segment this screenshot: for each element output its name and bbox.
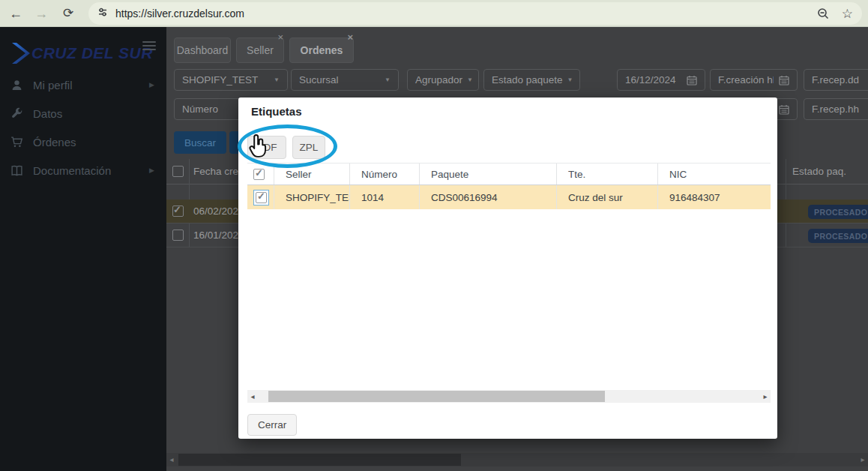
scrollbar-thumb[interactable] — [268, 391, 605, 402]
logo-text: CRUZ DEL SUR — [31, 44, 153, 62]
logo[interactable]: CRUZ DEL SUR — [0, 36, 166, 70]
chevron-right-icon: ▶ — [149, 81, 154, 88]
row-checkbox[interactable]: ✓ — [172, 206, 184, 217]
labels-table: ✓ Seller Número Paquete Tte. NIC ✓ S — [247, 163, 771, 209]
fecha-creacion-hh-placeholder: F.creación hh — [718, 74, 774, 86]
caret-down-icon: ▼ — [563, 76, 573, 83]
fecha-creacion-hh-input[interactable]: F.creación hh — [710, 69, 798, 91]
frecep-hh-placeholder: F.recep.hh — [812, 104, 859, 115]
row-checkbox[interactable]: ✓ — [253, 190, 269, 206]
cell-tte: Cruz del sur — [557, 185, 658, 209]
close-tab-icon[interactable]: × — [347, 32, 353, 42]
url-text[interactable]: https://silver.cruzdelsur.com — [115, 8, 817, 20]
frecep-dd-placeholder: F.recep.dd — [812, 74, 859, 86]
sidebar-nav: Mi perfil ▶ Datos — [0, 70, 166, 184]
main-horizontal-scrollbar[interactable]: ◂ ▸ — [166, 453, 868, 466]
row-fecha: 06/02/2025 — [193, 206, 244, 217]
tab-dashboard[interactable]: Dashboard — [174, 38, 231, 63]
sidebar-item-documentacion[interactable]: Documentación ▶ — [0, 156, 166, 184]
agrupador-placeholder: Agrupador — [415, 74, 462, 86]
check-icon: ✓ — [173, 204, 181, 215]
column-nic: NIC — [658, 164, 771, 184]
row-checkbox[interactable] — [172, 230, 184, 241]
buscar-button[interactable]: Buscar — [174, 131, 226, 154]
sidebar-item-ordenes[interactable]: Órdenes — [0, 128, 166, 156]
tab-ordenes[interactable]: Ordenes × — [289, 38, 354, 63]
column-numero: Número — [350, 164, 420, 184]
labels-table-header: ✓ Seller Número Paquete Tte. NIC — [247, 163, 771, 185]
scroll-left-icon[interactable]: ◂ — [247, 390, 258, 403]
cell-numero: 1014 — [350, 185, 420, 209]
scroll-right-icon[interactable]: ▸ — [760, 390, 771, 403]
tab-label: Dashboard — [177, 44, 229, 56]
tab-label: Ordenes — [301, 44, 343, 56]
estado-paquete-select[interactable]: Estado paquete ▼ — [483, 69, 580, 91]
caret-down-icon: ▼ — [269, 76, 280, 83]
tab-label: Seller — [247, 44, 274, 56]
sidebar-item-label: Mi perfil — [33, 79, 73, 92]
check-icon: ✓ — [255, 167, 263, 178]
close-tab-icon[interactable]: × — [277, 32, 283, 42]
status-badge: PROCESADO — [808, 205, 868, 219]
pdf-button[interactable]: PDF — [247, 136, 286, 159]
label-row[interactable]: ✓ SHOPIFY_TEST 1014 CDS00616994 Cruz del… — [247, 185, 771, 209]
zoom-out-icon[interactable] — [817, 8, 830, 20]
numero-placeholder: Número — [182, 104, 218, 115]
app-window: CRUZ DEL SUR Mi perfil ▶ — [0, 27, 868, 471]
chevron-right-icon: ▶ — [149, 166, 154, 174]
cell-nic: 916484307 — [658, 185, 771, 209]
scrollbar-thumb[interactable] — [178, 454, 461, 466]
column-fecha-creacion: Fecha crea — [193, 166, 244, 177]
sidebar-item-label: Datos — [33, 107, 62, 120]
sidebar-item-datos[interactable]: Datos — [0, 99, 166, 128]
modal-title: Etiquetas — [251, 105, 302, 118]
estado-paquete-placeholder: Estado paquete — [492, 74, 563, 86]
status-badge: PROCESADO — [808, 229, 868, 243]
etiquetas-modal: Etiquetas PDF ZPL ✓ Seller Número Paquet… — [238, 98, 777, 439]
address-bar[interactable]: https://silver.cruzdelsur.com ☆ — [88, 2, 862, 25]
sidebar-item-mi-perfil[interactable]: Mi perfil ▶ — [0, 70, 166, 99]
check-icon: ✓ — [257, 190, 265, 202]
zpl-button[interactable]: ZPL — [292, 136, 325, 159]
cerrar-button[interactable]: Cerrar — [247, 414, 297, 436]
user-icon — [10, 79, 27, 92]
scroll-right-icon[interactable]: ▸ — [858, 453, 868, 466]
tab-seller[interactable]: Seller × — [236, 38, 284, 63]
forward-icon[interactable]: → — [31, 4, 51, 23]
fecha-creacion-dd-input[interactable]: 16/12/2024 — [617, 69, 705, 91]
bookmark-star-icon[interactable]: ☆ — [842, 8, 853, 20]
fecha-creacion-dd-value: 16/12/2024 — [625, 74, 676, 86]
caret-down-icon: ▼ — [380, 76, 391, 83]
browser-toolbar: ← → ⟳ https://silver.cruzdelsur.com — [0, 0, 868, 27]
column-seller: Seller — [274, 164, 350, 184]
select-all-checkbox[interactable] — [172, 166, 184, 177]
screen: ← → ⟳ https://silver.cruzdelsur.com — [0, 0, 868, 471]
cell-seller: SHOPIFY_TEST — [274, 185, 350, 209]
frecep-dd-input[interactable]: F.recep.dd — [804, 69, 868, 91]
reload-icon[interactable]: ⟳ — [58, 4, 78, 23]
calendar-icon[interactable] — [682, 75, 697, 86]
column-paquete: Paquete — [420, 164, 557, 184]
hamburger-menu-icon[interactable] — [142, 39, 156, 52]
cell-paquete: CDS00616994 — [420, 185, 557, 209]
cart-icon — [10, 136, 27, 148]
site-settings-icon[interactable] — [97, 7, 108, 20]
column-tte: Tte. — [557, 164, 658, 184]
modal-horizontal-scrollbar[interactable]: ◂ ▸ — [247, 390, 771, 403]
caret-down-icon: ▼ — [462, 76, 473, 83]
row-fecha: 16/01/2025 — [193, 230, 244, 241]
sucursal-select[interactable]: Sucursal ▼ — [291, 69, 399, 91]
back-icon[interactable]: ← — [6, 4, 25, 23]
frecep-hh-input[interactable]: F.recep.hh — [804, 98, 868, 120]
column-estado-paq: Estado paq. — [792, 166, 846, 177]
sidebar: CRUZ DEL SUR Mi perfil ▶ — [0, 27, 166, 471]
sidebar-item-label: Órdenes — [33, 136, 76, 148]
agrupador-select[interactable]: Agrupador ▼ — [407, 69, 479, 91]
select-all-checkbox[interactable]: ✓ — [253, 169, 265, 180]
logo-bolt-icon — [9, 40, 31, 67]
sidebar-item-label: Documentación — [33, 164, 111, 177]
book-icon — [10, 164, 27, 177]
scroll-left-icon[interactable]: ◂ — [166, 453, 177, 466]
seller-select[interactable]: SHOPIFY_TEST ▼ — [174, 69, 288, 91]
calendar-icon[interactable] — [774, 75, 789, 86]
